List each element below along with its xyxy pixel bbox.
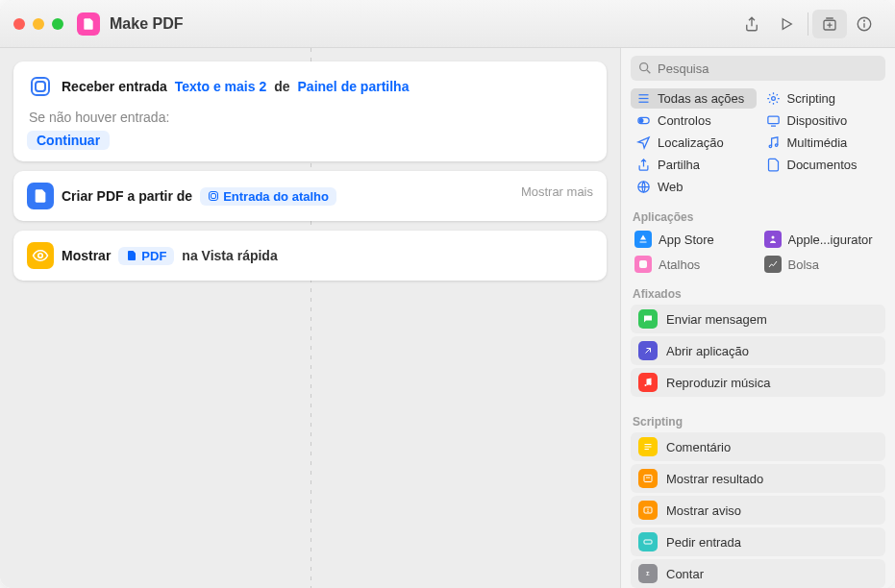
stocks-icon xyxy=(764,256,782,273)
app-shortcuts[interactable]: Atalhos xyxy=(631,253,757,276)
section-scripting-label: Scripting xyxy=(621,409,895,432)
appstore-icon xyxy=(634,231,652,248)
svg-rect-27 xyxy=(644,476,652,482)
app-label: App Store xyxy=(659,233,714,247)
category-scripting[interactable]: Scripting xyxy=(760,88,886,109)
ask-input-icon xyxy=(638,532,658,551)
configurator-icon xyxy=(764,231,782,248)
svg-point-18 xyxy=(775,144,778,147)
svg-point-3 xyxy=(864,20,865,21)
library-sidebar: Todas as ações Scripting Controlos Dispo… xyxy=(620,48,895,588)
category-sharing[interactable]: Partilha xyxy=(631,155,757,175)
category-grid: Todas as ações Scripting Controlos Dispo… xyxy=(621,85,895,205)
app-label: Atalhos xyxy=(659,257,700,272)
svg-text:Σ: Σ xyxy=(646,571,650,576)
window-toolbar: Make PDF xyxy=(0,0,895,48)
svg-point-17 xyxy=(769,145,772,148)
show-more-button[interactable]: Mostrar mais xyxy=(521,184,593,199)
pinned-send-message[interactable]: Enviar mensagem xyxy=(631,305,885,333)
app-label: Bolsa xyxy=(788,257,820,272)
shortcuts-icon xyxy=(634,256,652,273)
message-icon xyxy=(638,309,658,329)
category-media[interactable]: Multimédia xyxy=(760,133,886,153)
category-label: Web xyxy=(658,180,684,194)
svg-point-14 xyxy=(639,119,643,123)
category-label: Partilha xyxy=(658,158,700,172)
app-appstore[interactable]: App Store xyxy=(631,228,757,251)
section-pinned-label: Afixados xyxy=(621,282,895,305)
scripting-show-result[interactable]: Mostrar resultado xyxy=(631,464,885,493)
scripting-comment[interactable]: Comentário xyxy=(631,432,885,461)
list-item-label: Comentário xyxy=(666,440,731,454)
token-label: PDF xyxy=(141,249,166,263)
category-label: Scripting xyxy=(787,91,836,106)
count-icon: Σ xyxy=(638,564,658,583)
svg-point-31 xyxy=(648,511,649,512)
shortcut-editor[interactable]: Receber entrada Texto e mais 2 de Painel… xyxy=(0,48,620,588)
pdf-source-token[interactable]: Entrada do atalho xyxy=(200,187,336,206)
category-label: Localização xyxy=(658,135,724,150)
comment-icon xyxy=(638,437,658,456)
svg-rect-32 xyxy=(644,540,652,544)
action-label: Receber entrada xyxy=(62,79,167,94)
search-input[interactable] xyxy=(631,56,885,81)
no-input-label: Se não houver entrada: xyxy=(27,110,593,125)
share-button[interactable] xyxy=(734,10,769,38)
input-types-token[interactable]: Texto e mais 2 xyxy=(175,79,266,94)
open-app-icon xyxy=(638,341,658,360)
app-label: Apple...igurator xyxy=(788,233,873,247)
library-toggle-button[interactable] xyxy=(812,10,847,38)
category-label: Controlos xyxy=(658,113,711,128)
scripting-ask-input[interactable]: Pedir entrada xyxy=(631,527,885,556)
shortcut-input-icon xyxy=(27,73,54,100)
token-label: Entrada do atalho xyxy=(223,189,329,204)
action-make-pdf[interactable]: Mostrar mais Criar PDF a partir de Entra… xyxy=(13,171,607,221)
traffic-lights xyxy=(13,18,63,30)
category-label: Multimédia xyxy=(787,135,848,150)
section-apps-label: Aplicações xyxy=(621,205,895,228)
svg-point-8 xyxy=(38,254,43,258)
svg-rect-7 xyxy=(211,194,216,199)
list-item-label: Pedir entrada xyxy=(666,535,741,550)
app-stocks[interactable]: Bolsa xyxy=(760,253,886,276)
list-item-label: Reproduzir música xyxy=(666,376,770,390)
category-controls[interactable]: Controlos xyxy=(631,110,757,131)
document-icon xyxy=(27,183,54,209)
svg-rect-4 xyxy=(32,78,49,95)
action-receive-input[interactable]: Receber entrada Texto e mais 2 de Painel… xyxy=(13,61,607,161)
list-item-label: Enviar mensagem xyxy=(666,312,767,327)
category-web[interactable]: Web xyxy=(631,177,757,197)
category-device[interactable]: Dispositivo xyxy=(760,110,886,131)
close-button[interactable] xyxy=(13,18,25,30)
list-item-label: Contar xyxy=(666,567,704,581)
app-configurator[interactable]: Apple...igurator xyxy=(760,228,886,251)
category-documents[interactable]: Documentos xyxy=(760,155,886,175)
action-conjunction: de xyxy=(274,79,289,94)
list-item-label: Abrir aplicação xyxy=(666,344,749,358)
run-button[interactable] xyxy=(769,10,804,38)
shortcut-icon xyxy=(77,12,100,36)
category-location[interactable]: Localização xyxy=(631,133,757,153)
quick-look-source-token[interactable]: PDF xyxy=(118,247,174,265)
category-label: Documentos xyxy=(787,158,858,172)
scripting-show-alert[interactable]: Mostrar aviso xyxy=(631,496,885,525)
action-suffix: na Vista rápida xyxy=(182,248,277,263)
alert-icon xyxy=(638,501,658,520)
svg-rect-21 xyxy=(639,260,647,268)
info-button[interactable] xyxy=(847,10,882,38)
pinned-open-app[interactable]: Abrir aplicação xyxy=(631,336,885,365)
category-all-actions[interactable]: Todas as ações xyxy=(631,88,757,109)
maximize-button[interactable] xyxy=(52,18,63,30)
action-label: Criar PDF a partir de xyxy=(62,188,192,204)
svg-point-20 xyxy=(771,236,774,239)
minimize-button[interactable] xyxy=(33,18,44,30)
show-result-icon xyxy=(638,469,658,488)
action-quick-look[interactable]: Mostrar PDF na Vista rápida xyxy=(13,231,607,281)
pinned-play-music[interactable]: Reproduzir música xyxy=(631,368,885,397)
scripting-count[interactable]: Σ Contar xyxy=(631,559,885,588)
svg-rect-6 xyxy=(210,192,218,201)
svg-rect-15 xyxy=(767,116,778,124)
eye-icon xyxy=(27,242,54,269)
input-source-token[interactable]: Painel de partilha xyxy=(298,79,410,94)
no-input-behavior-token[interactable]: Continuar xyxy=(27,131,110,150)
